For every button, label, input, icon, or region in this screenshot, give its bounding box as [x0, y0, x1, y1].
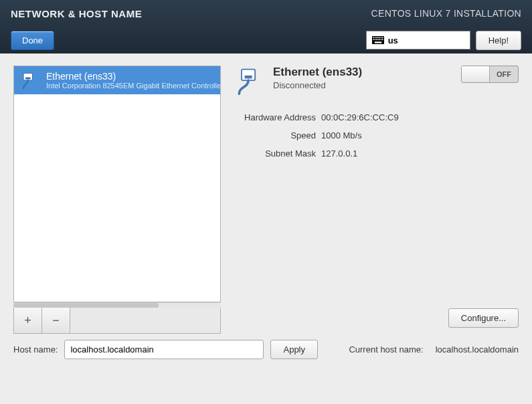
- apply-hostname-button[interactable]: Apply: [270, 340, 318, 359]
- hostname-input[interactable]: [64, 340, 264, 359]
- svg-rect-5: [379, 37, 380, 39]
- add-nic-button[interactable]: +: [14, 308, 42, 333]
- configure-button[interactable]: Configure...: [448, 308, 519, 328]
- nic-list-item[interactable]: Ethernet (ens33) Intel Corporation 82545…: [14, 66, 220, 94]
- svg-rect-13: [380, 39, 381, 41]
- keyboard-layout-value: us: [388, 35, 398, 45]
- toggle-state-label: OFF: [490, 66, 518, 82]
- current-hostname-value: localhost.localdomain: [436, 344, 519, 355]
- nic-enable-toggle[interactable]: OFF: [461, 66, 519, 83]
- hostname-label: Host name:: [13, 344, 58, 355]
- ethernet-icon: [19, 70, 39, 90]
- svg-rect-9: [374, 39, 375, 41]
- nic-title: Ethernet (ens33): [273, 66, 452, 79]
- nic-item-name: Ethernet (ens33): [46, 71, 221, 82]
- svg-rect-8: [373, 39, 374, 41]
- toggle-handle: [462, 66, 490, 82]
- keyboard-layout-indicator[interactable]: us: [366, 31, 470, 49]
- remove-nic-button[interactable]: −: [42, 308, 70, 333]
- help-button[interactable]: Help!: [476, 31, 521, 50]
- svg-rect-18: [242, 70, 255, 81]
- svg-rect-4: [377, 37, 379, 39]
- header-bar: NETWORK & HOST NAME CENTOS LINUX 7 INSTA…: [0, 0, 532, 54]
- nic-item-description: Intel Corporation 82545EM Gigabit Ethern…: [46, 82, 221, 90]
- install-title: CENTOS LINUX 7 INSTALLATION: [371, 8, 521, 19]
- svg-rect-1: [373, 37, 374, 39]
- page-title: NETWORK & HOST NAME: [11, 8, 142, 19]
- speed-value: 1000 Mb/s: [321, 130, 362, 140]
- ethernet-large-icon: [234, 67, 264, 96]
- subnet-label: Subnet Mask: [234, 148, 321, 159]
- speed-label: Speed: [234, 130, 321, 140]
- svg-rect-14: [382, 39, 383, 41]
- svg-rect-19: [245, 76, 252, 79]
- svg-rect-15: [374, 41, 381, 43]
- svg-rect-2: [374, 37, 375, 39]
- nic-status: Disconnected: [273, 80, 452, 90]
- horizontal-scrollbar[interactable]: [13, 302, 221, 308]
- keyboard-icon: [372, 36, 384, 44]
- nic-list[interactable]: Ethernet (ens33) Intel Corporation 82545…: [13, 66, 221, 302]
- subnet-value: 127.0.0.1: [321, 148, 357, 159]
- svg-rect-12: [379, 39, 380, 41]
- hw-address-value: 00:0C:29:6C:CC:C9: [321, 112, 399, 122]
- svg-rect-10: [376, 39, 377, 41]
- current-hostname-label: Current host name:: [349, 344, 423, 355]
- svg-rect-7: [382, 37, 383, 39]
- svg-rect-3: [376, 37, 377, 39]
- done-button[interactable]: Done: [11, 31, 54, 50]
- svg-rect-11: [377, 39, 379, 41]
- svg-rect-6: [380, 37, 381, 39]
- svg-rect-17: [25, 78, 31, 80]
- hw-address-label: Hardware Address: [234, 112, 321, 122]
